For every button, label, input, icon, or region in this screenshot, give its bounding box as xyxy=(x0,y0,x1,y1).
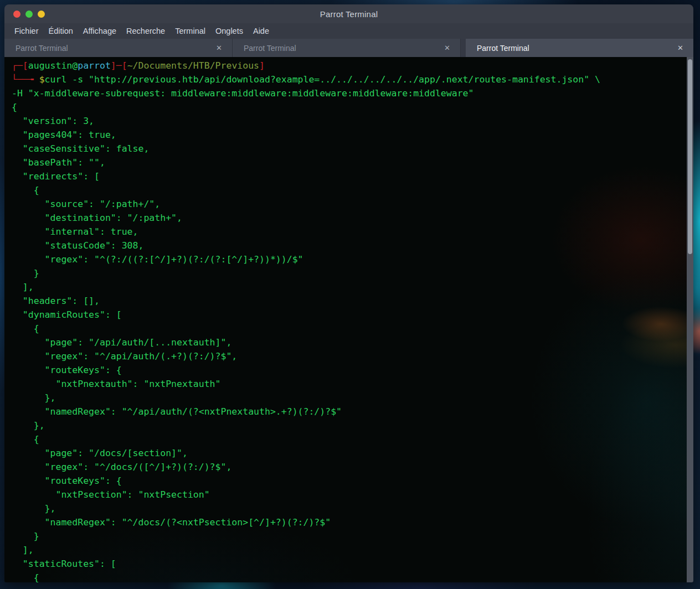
text-segment: -H "x-middleware-subrequest: middleware:… xyxy=(12,88,473,99)
tab-parrot-terminal-1[interactable]: Parrot Terminal ✕ xyxy=(4,39,233,57)
text-segment: └──╼ xyxy=(12,74,39,85)
terminal-line: { xyxy=(12,571,687,582)
text-segment: "nxtPsection": "nxtPsection" xyxy=(12,489,210,500)
text-segment: "redirects": [ xyxy=(12,171,100,182)
terminal-line: "headers": [], xyxy=(12,294,687,308)
tab-label: Parrot Terminal xyxy=(477,44,529,53)
terminal-line: ], xyxy=(12,543,687,557)
window-controls xyxy=(13,4,45,23)
tab-label: Parrot Terminal xyxy=(16,44,68,53)
menu-item-edition[interactable]: Édition xyxy=(44,25,78,37)
text-segment: "basePath": "", xyxy=(12,157,105,168)
scrollbar[interactable] xyxy=(687,57,693,582)
text-segment: "namedRegex": "^/api/auth/(?<nxtPnextaut… xyxy=(12,406,342,417)
terminal-line: { xyxy=(12,432,687,446)
terminal-output[interactable]: ┌─[augustin@parrot]─[~/Documents/HTB/Pre… xyxy=(4,57,687,582)
text-segment: }, xyxy=(12,420,45,431)
terminal-line: "routeKeys": { xyxy=(12,363,687,377)
menu-item-affichage[interactable]: Affichage xyxy=(78,25,121,37)
text-segment: "routeKeys": { xyxy=(12,476,122,486)
terminal-line: "caseSensitive": false, xyxy=(12,142,687,156)
terminal-line: } xyxy=(12,266,687,280)
text-segment: ], xyxy=(12,545,34,555)
terminal-line: "destination": "/:path+", xyxy=(12,211,687,225)
menu-item-aide[interactable]: Aide xyxy=(248,25,274,37)
text-segment: "source": "/:path+/", xyxy=(12,199,160,209)
menu-item-terminal[interactable]: Terminal xyxy=(170,25,210,37)
text-segment: } xyxy=(12,531,39,541)
titlebar: Parrot Terminal xyxy=(4,4,693,23)
close-tab-icon[interactable]: ✕ xyxy=(442,43,452,53)
terminal-line: }, xyxy=(12,502,687,515)
maximize-window-button[interactable] xyxy=(25,11,33,18)
text-segment: ┌─[ xyxy=(12,60,28,71)
text-segment: "page": "/api/auth/[...nextauth]", xyxy=(12,337,231,348)
terminal-line: "namedRegex": "^/docs/(?<nxtPsection>[^/… xyxy=(12,515,687,529)
tab-parrot-terminal-2[interactable]: Parrot Terminal ✕ xyxy=(233,39,461,57)
text-segment: ~/Documents/HTB/Previous xyxy=(127,60,259,71)
terminal-line: "dynamicRoutes": [ xyxy=(12,308,687,322)
terminal-line: "source": "/:path+/", xyxy=(12,197,687,211)
terminal-line: "page": "/api/auth/[...nextauth]", xyxy=(12,335,687,349)
text-segment: ]─[ xyxy=(111,60,127,71)
text-segment: "staticRoutes": [ xyxy=(12,559,116,569)
text-segment: "pages404": true, xyxy=(12,130,116,140)
menubar: Fichier Édition Affichage Recherche Term… xyxy=(4,23,693,39)
terminal-line: "regex": "^/api/auth/(.+?)(?:/)?$", xyxy=(12,349,687,363)
terminal-window: Parrot Terminal Fichier Édition Affichag… xyxy=(4,4,693,582)
text-segment: { xyxy=(12,434,39,445)
terminal-line: "routeKeys": { xyxy=(12,474,687,488)
text-segment: { xyxy=(12,572,39,582)
terminal-line: { xyxy=(12,100,687,114)
menu-item-recherche[interactable]: Recherche xyxy=(121,25,170,37)
text-segment: "regex": "^(?:/((?:[^/]+?)(?:/(?:[^/]+?)… xyxy=(12,254,303,265)
terminal-line: }, xyxy=(12,418,687,432)
terminal-line: "regex": "^(?:/((?:[^/]+?)(?:/(?:[^/]+?)… xyxy=(12,252,687,266)
terminal-line: "staticRoutes": [ xyxy=(12,557,687,571)
text-segment: } xyxy=(12,268,39,278)
menu-item-onglets[interactable]: Onglets xyxy=(210,25,248,37)
close-tab-icon[interactable]: ✕ xyxy=(214,43,224,53)
close-tab-icon[interactable]: ✕ xyxy=(675,43,686,53)
scrollbar-thumb[interactable] xyxy=(688,59,692,254)
text-segment: "destination": "/:path+", xyxy=(12,213,182,223)
terminal-line: "nxtPsection": "nxtPsection" xyxy=(12,488,687,502)
terminal-line: ┌─[augustin@parrot]─[~/Documents/HTB/Pre… xyxy=(12,59,687,73)
terminal-line: └──╼ $curl -s "http://previous.htb/api/d… xyxy=(12,73,687,86)
minimize-window-button[interactable] xyxy=(38,11,45,18)
text-segment: }, xyxy=(12,503,55,514)
tabbar: Parrot Terminal ✕ Parrot Terminal ✕ Parr… xyxy=(4,39,693,57)
desktop-wallpaper: { "window": { "title": "Parrot Terminal"… xyxy=(0,0,700,589)
text-segment: "nxtPnextauth": "nxtPnextauth" xyxy=(12,379,221,389)
terminal-line: "redirects": [ xyxy=(12,169,687,183)
terminal-line: "internal": true, xyxy=(12,225,687,239)
terminal-line: } xyxy=(12,529,687,543)
text-segment: augustin@ xyxy=(28,60,78,71)
text-segment: "headers": [], xyxy=(12,296,100,306)
terminal-area: ┌─[augustin@parrot]─[~/Documents/HTB/Pre… xyxy=(4,57,693,582)
text-segment: ], xyxy=(12,282,34,292)
terminal-line: "namedRegex": "^/api/auth/(?<nxtPnextaut… xyxy=(12,405,687,418)
text-segment: { xyxy=(12,102,17,112)
text-segment: ] xyxy=(259,60,265,71)
terminal-line: { xyxy=(12,322,687,335)
terminal-line: "page": "/docs/[section]", xyxy=(12,446,687,460)
terminal-line: "nxtPnextauth": "nxtPnextauth" xyxy=(12,377,687,391)
terminal-line: -H "x-middleware-subrequest: middleware:… xyxy=(12,86,687,100)
text-segment: }, xyxy=(12,392,55,403)
text-segment: { xyxy=(12,323,39,334)
close-window-button[interactable] xyxy=(13,11,20,18)
text-segment: "statusCode": 308, xyxy=(12,240,143,251)
tab-parrot-terminal-3-active[interactable]: Parrot Terminal ✕ xyxy=(466,39,693,57)
text-segment: "version": 3, xyxy=(12,116,94,126)
text-segment: curl -s "http://previous.htb/api/downloa… xyxy=(45,74,600,85)
text-segment: "regex": "^/api/auth/(.+?)(?:/)?$", xyxy=(12,351,237,361)
menu-item-fichier[interactable]: Fichier xyxy=(9,25,44,37)
terminal-line: "version": 3, xyxy=(12,114,687,128)
text-segment: $ xyxy=(39,74,45,85)
text-segment: "caseSensitive": false, xyxy=(12,143,149,154)
terminal-line: { xyxy=(12,183,687,197)
tab-label: Parrot Terminal xyxy=(244,44,296,53)
text-segment: "regex": "^/docs/([^/]+?)(?:/)?$", xyxy=(12,462,231,472)
text-segment: "namedRegex": "^/docs/(?<nxtPsection>[^/… xyxy=(12,517,331,528)
